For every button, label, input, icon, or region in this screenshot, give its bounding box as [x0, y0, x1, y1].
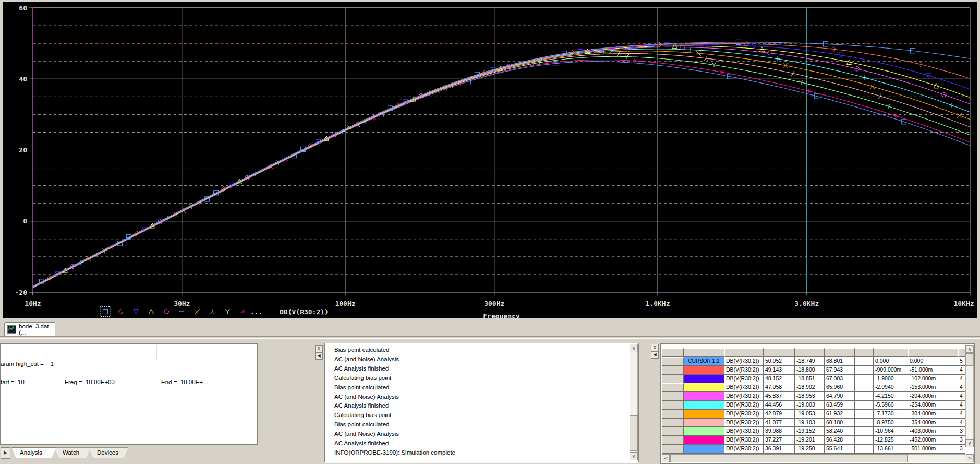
collapse-icon[interactable]: ◀: [651, 351, 659, 359]
row-header-cell[interactable]: [662, 410, 684, 419]
row-header-cell[interactable]: [662, 401, 684, 410]
dy2-value-cell[interactable]: -102.000m: [908, 375, 958, 384]
y2-value-cell[interactable]: -18.953: [795, 392, 825, 401]
scroll-down-icon[interactable]: ∨: [630, 452, 638, 460]
spacer-cell[interactable]: [855, 445, 874, 454]
dy2-value-cell[interactable]: -452.000m: [908, 436, 958, 445]
spacer-cell[interactable]: [855, 436, 874, 445]
dy2-value-cell[interactable]: 0.000: [908, 357, 958, 366]
y1-y2-diff-cell[interactable]: 60.180: [825, 419, 855, 427]
dy2-value-cell[interactable]: -153.000m: [908, 383, 958, 392]
trace-name-cell[interactable]: DB(V(R30:2)): [724, 436, 764, 445]
clipped-value-cell[interactable]: 4: [958, 419, 965, 427]
y1-value-cell[interactable]: 45.837: [764, 392, 795, 401]
scroll-right-icon[interactable]: >: [966, 454, 974, 462]
y1-y2-diff-cell[interactable]: 65.960: [825, 383, 855, 392]
clipped-value-cell[interactable]: 4: [958, 366, 965, 375]
y1-value-cell[interactable]: 39.088: [764, 427, 795, 436]
table-header-cell[interactable]: [874, 348, 908, 357]
trace-color-swatch[interactable]: CURSOR 1,2: [684, 357, 724, 366]
y2-value-cell[interactable]: -19.250: [795, 445, 825, 454]
y1-value-cell[interactable]: 47.058: [764, 383, 795, 392]
row-header-cell[interactable]: [662, 392, 684, 401]
tab-bode-3-dat[interactable]: bode_3.dat (...: [4, 322, 55, 336]
table-header-cell[interactable]: [684, 348, 724, 357]
table-header-cell[interactable]: [958, 348, 965, 357]
y1-value-cell[interactable]: 37.227: [764, 436, 795, 445]
dy1-value-cell[interactable]: -909.000m: [874, 366, 908, 375]
scroll-down-icon[interactable]: ∨: [965, 439, 974, 447]
trace-color-swatch[interactable]: [684, 410, 724, 419]
dy1-value-cell[interactable]: -2.9940: [874, 383, 908, 392]
scroll-up-icon[interactable]: ∧: [630, 344, 638, 352]
y2-value-cell[interactable]: -19.103: [795, 419, 825, 427]
y1-y2-diff-cell[interactable]: 63.459: [825, 401, 855, 410]
trace-color-swatch[interactable]: [684, 366, 724, 375]
y1-y2-diff-cell[interactable]: 55.641: [825, 445, 855, 454]
y1-y2-diff-cell[interactable]: 58.240: [825, 427, 855, 436]
row-header-cell[interactable]: [662, 445, 684, 454]
trace-color-swatch[interactable]: [684, 392, 724, 401]
spacer-cell[interactable]: [855, 357, 874, 366]
y1-value-cell[interactable]: 49.143: [764, 366, 795, 375]
y2-value-cell[interactable]: -19.152: [795, 427, 825, 436]
y2-value-cell[interactable]: -19.003: [795, 401, 825, 410]
y2-value-cell[interactable]: -18.902: [795, 383, 825, 392]
dy1-value-cell[interactable]: -1.9000: [874, 375, 908, 384]
scroll-up-icon[interactable]: ∧: [965, 345, 974, 353]
y2-value-cell[interactable]: -19.053: [795, 410, 825, 419]
clipped-value-cell[interactable]: 4: [958, 401, 965, 410]
trace-name-cell[interactable]: DB(V(R30:2)): [724, 445, 764, 454]
dy1-value-cell[interactable]: -5.5960: [874, 401, 908, 410]
trace-name-cell[interactable]: DB(V(R30:2)): [724, 357, 764, 366]
spacer-cell[interactable]: [855, 392, 874, 401]
y1-value-cell[interactable]: 42.879: [764, 410, 795, 419]
table-header-cell[interactable]: [662, 348, 684, 357]
trace-name-cell[interactable]: DB(V(R30:2)): [724, 410, 764, 419]
trace-name-cell[interactable]: DB(V(R30:2)): [724, 366, 764, 375]
spacer-cell[interactable]: [855, 383, 874, 392]
trace-name-cell[interactable]: DB(V(R30:2)): [724, 375, 764, 384]
trace-name-cell[interactable]: DB(V(R30:2)): [724, 419, 764, 427]
row-header-cell[interactable]: [662, 383, 684, 392]
y2-value-cell[interactable]: -18.800: [795, 366, 825, 375]
row-header-cell[interactable]: [662, 436, 684, 445]
dy2-value-cell[interactable]: -304.000m: [908, 410, 958, 419]
trace-name-cell[interactable]: DB(V(R30:2)): [724, 392, 764, 401]
close-icon[interactable]: x: [315, 345, 323, 352]
clipped-value-cell[interactable]: 4: [958, 392, 965, 401]
trace-color-swatch[interactable]: [684, 427, 724, 436]
spacer-cell[interactable]: [855, 366, 874, 375]
trace-name-cell[interactable]: DB(V(R30:2)): [724, 383, 764, 392]
table-hscroll-thumb[interactable]: [670, 454, 908, 462]
spacer-cell[interactable]: [855, 401, 874, 410]
trace-color-swatch[interactable]: [684, 445, 724, 454]
trace-color-swatch[interactable]: [684, 419, 724, 427]
y1-y2-diff-cell[interactable]: 68.801: [825, 357, 855, 366]
y1-value-cell[interactable]: 36.391: [764, 445, 795, 454]
clipped-value-cell[interactable]: 4: [958, 383, 965, 392]
dy2-value-cell[interactable]: -254.000m: [908, 401, 958, 410]
y1-y2-diff-cell[interactable]: 67.003: [825, 375, 855, 384]
y1-y2-diff-cell[interactable]: 61.932: [825, 410, 855, 419]
dy2-value-cell[interactable]: -403.000m: [908, 427, 958, 436]
trace-color-swatch[interactable]: [684, 401, 724, 410]
trace-color-swatch[interactable]: [684, 436, 724, 445]
dy1-value-cell[interactable]: -8.9750: [874, 419, 908, 427]
table-header-cell[interactable]: [908, 348, 958, 357]
sheet-tab-analysis[interactable]: Analysis: [11, 447, 56, 458]
table-header-cell[interactable]: [764, 348, 795, 357]
trace-name-cell[interactable]: DB(V(R30:2)): [724, 401, 764, 410]
dy2-value-cell[interactable]: -204.000m: [908, 392, 958, 401]
y1-y2-diff-cell[interactable]: 56.428: [825, 436, 855, 445]
clipped-value-cell[interactable]: 5: [958, 357, 965, 366]
y2-value-cell[interactable]: -18.749: [795, 357, 825, 366]
collapse-icon[interactable]: ◀: [315, 352, 323, 360]
dy1-value-cell[interactable]: -4.2150: [874, 392, 908, 401]
y1-value-cell[interactable]: 48.152: [764, 375, 795, 384]
dy1-value-cell[interactable]: -7.1730: [874, 410, 908, 419]
table-header-cell[interactable]: [855, 348, 874, 357]
y1-value-cell[interactable]: 50.052: [764, 357, 795, 366]
spacer-cell[interactable]: [855, 419, 874, 427]
sheet-tab-watch[interactable]: Watch: [54, 447, 91, 458]
